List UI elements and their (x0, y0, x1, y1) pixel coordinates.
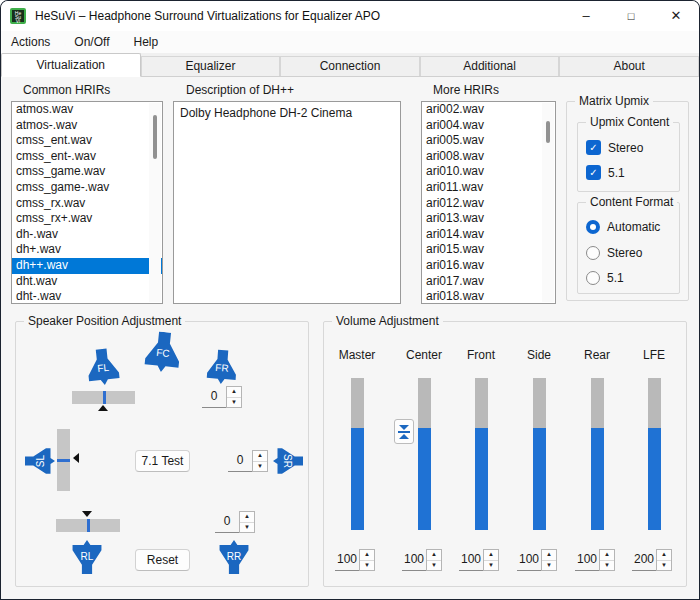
speaker-sl-label: SL (35, 444, 46, 478)
list-item[interactable]: dh-.wav (12, 227, 162, 243)
master-volume-value[interactable]: 100 (335, 549, 359, 571)
list-item[interactable]: dh+.wav (12, 242, 162, 258)
list-item-selected[interactable]: dh++.wav (12, 258, 162, 274)
spinner-buttons: ▲▼ (226, 386, 242, 408)
list-item[interactable]: dht-.wav (12, 289, 162, 304)
rear-volume-slider[interactable] (591, 378, 604, 530)
list-item[interactable]: ari015.wav (422, 242, 555, 258)
side-volume-value[interactable]: 100 (517, 549, 541, 571)
spin-down-icon[interactable]: ▼ (360, 561, 374, 571)
surround-checkbox[interactable]: ✓ (586, 165, 601, 180)
list-item[interactable]: dht.wav (12, 274, 162, 290)
spin-up-icon[interactable]: ▲ (600, 550, 614, 561)
list-item[interactable]: ari008.wav (422, 149, 555, 165)
list-item[interactable]: cmss_game-.wav (12, 180, 162, 196)
spin-down-icon[interactable]: ▼ (600, 561, 614, 571)
front-position-slider[interactable] (72, 391, 135, 404)
rear-position-slider[interactable] (56, 519, 120, 532)
lfe-volume-slider[interactable] (648, 378, 661, 530)
list-item[interactable]: atmos.wav (12, 102, 162, 118)
scrollbar-thumb[interactable] (153, 115, 157, 159)
master-volume-slider[interactable] (351, 378, 364, 530)
spin-up-icon[interactable]: ▲ (427, 550, 441, 561)
center-volume-value[interactable]: 100 (402, 549, 426, 571)
list-item[interactable]: cmss_rx.wav (12, 196, 162, 212)
close-icon[interactable]: ✕ (662, 2, 690, 30)
center-volume-slider[interactable] (418, 378, 431, 530)
spin-up-icon[interactable]: ▲ (240, 512, 254, 523)
slider-thumb[interactable] (57, 459, 70, 462)
spin-up-icon[interactable]: ▲ (484, 550, 498, 561)
list-item[interactable]: ari011.wav (422, 180, 555, 196)
spin-down-icon[interactable]: ▼ (542, 561, 556, 571)
spin-down-icon[interactable]: ▼ (253, 462, 267, 472)
spin-up-icon[interactable]: ▲ (227, 387, 241, 398)
list-item[interactable]: ari018.wav (422, 289, 555, 304)
scrollbar-thumb[interactable] (546, 121, 550, 143)
menu-onoff[interactable]: On/Off (62, 35, 121, 49)
list-item[interactable]: cmss_ent-.wav (12, 149, 162, 165)
spin-down-icon[interactable]: ▼ (427, 561, 441, 571)
spin-down-icon[interactable]: ▼ (227, 398, 241, 408)
rear-volume-value[interactable]: 100 (575, 549, 599, 571)
scrollbar[interactable] (542, 103, 554, 302)
tab-additional[interactable]: Additional (420, 56, 560, 76)
list-item[interactable]: ari012.wav (422, 196, 555, 212)
channel-label-front: Front (451, 348, 511, 362)
matrix-upmix-legend: Matrix Upmix (575, 94, 653, 108)
lfe-volume-value[interactable]: 200 (632, 549, 656, 571)
surround-radio[interactable] (586, 271, 600, 285)
spin-up-icon[interactable]: ▲ (360, 550, 374, 561)
maximize-icon[interactable]: □ (617, 2, 645, 30)
list-item[interactable]: ari010.wav (422, 164, 555, 180)
side-volume-slider[interactable] (533, 378, 546, 530)
list-item[interactable]: ari004.wav (422, 118, 555, 134)
scrollbar[interactable] (149, 103, 161, 302)
stereo-checkbox[interactable]: ✓ (586, 140, 601, 155)
upmix-content-legend: Upmix Content (586, 115, 673, 129)
side-position-slider[interactable] (57, 429, 70, 491)
front-volume-slider[interactable] (475, 378, 488, 530)
title-bar[interactable]: HeSuVi HeSuVi – Headphone Surround Virtu… (1, 1, 699, 31)
spin-up-icon[interactable]: ▲ (253, 451, 267, 462)
list-item[interactable]: ari017.wav (422, 274, 555, 290)
list-item[interactable]: ari014.wav (422, 227, 555, 243)
spin-up-icon[interactable]: ▲ (657, 550, 671, 561)
spin-down-icon[interactable]: ▼ (484, 561, 498, 571)
speaker-sr-icon: SR (273, 444, 303, 478)
front-offset-value[interactable]: 0 (202, 386, 226, 408)
slider-fill (418, 428, 431, 530)
spin-down-icon[interactable]: ▼ (240, 523, 254, 533)
list-item[interactable]: ari013.wav (422, 211, 555, 227)
tab-connection[interactable]: Connection (280, 56, 420, 76)
list-item[interactable]: ari005.wav (422, 133, 555, 149)
volume-adjustment-legend: Volume Adjustment (332, 314, 443, 328)
tab-equalizer[interactable]: Equalizer (141, 56, 281, 76)
front-volume-value[interactable]: 100 (459, 549, 483, 571)
slider-thumb[interactable] (103, 391, 106, 404)
list-item[interactable]: cmss_ent.wav (12, 133, 162, 149)
automatic-radio[interactable] (586, 220, 600, 234)
channel-label-side: Side (509, 348, 569, 362)
speaker-rr-icon: RR (215, 540, 253, 574)
slider-thumb[interactable] (87, 519, 90, 532)
link-sliders-icon[interactable] (394, 419, 414, 444)
spin-down-icon[interactable]: ▼ (657, 561, 671, 571)
tab-about[interactable]: About (559, 56, 699, 76)
stereo-radio[interactable] (586, 246, 600, 260)
rear-offset-value[interactable]: 0 (215, 511, 239, 533)
minimize-icon[interactable]: – (572, 2, 600, 30)
menu-help[interactable]: Help (122, 35, 171, 49)
reset-button[interactable]: Reset (135, 549, 190, 571)
side-offset-value[interactable]: 0 (228, 450, 252, 472)
tab-virtualization[interactable]: Virtualization (1, 53, 141, 77)
menu-actions[interactable]: Actions (1, 35, 62, 49)
spinner-buttons: ▲▼ (359, 549, 375, 571)
list-item[interactable]: ari016.wav (422, 258, 555, 274)
test-71-button[interactable]: 7.1 Test (135, 450, 190, 472)
list-item[interactable]: cmss_rx+.wav (12, 211, 162, 227)
list-item[interactable]: cmss_game.wav (12, 164, 162, 180)
list-item[interactable]: ari002.wav (422, 102, 555, 118)
spin-up-icon[interactable]: ▲ (542, 550, 556, 561)
list-item[interactable]: atmos-.wav (12, 118, 162, 134)
